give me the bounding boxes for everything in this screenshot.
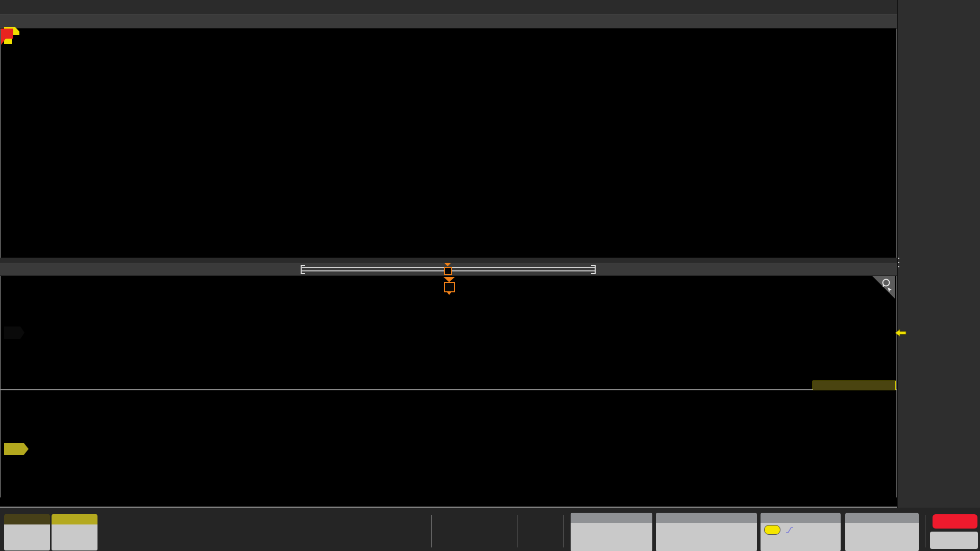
spectrum-view-header xyxy=(0,14,897,29)
trigger-source-badge xyxy=(764,525,780,535)
oscilloscope-app xyxy=(0,0,980,551)
run-stop-status[interactable] xyxy=(933,514,977,529)
bottom-bar xyxy=(0,508,980,551)
trigger-panel[interactable] xyxy=(761,513,841,551)
ch1-badge-title xyxy=(4,514,50,524)
splitter-handle[interactable] xyxy=(898,255,899,270)
acquisition-title xyxy=(845,513,919,523)
spectrum-plot[interactable] xyxy=(0,29,897,258)
ch1f-badge-title xyxy=(52,514,97,524)
trigger-flag[interactable] xyxy=(444,282,455,292)
spectrum-settings-panel[interactable] xyxy=(571,513,652,551)
waveform-view-header xyxy=(0,263,897,276)
waveform-plot-ch1f[interactable] xyxy=(0,390,897,497)
rising-edge-icon xyxy=(786,527,794,534)
datetime-display xyxy=(930,532,978,549)
waveform-plot-ch1[interactable] xyxy=(0,276,897,389)
panel-divider[interactable] xyxy=(0,258,897,263)
ch1-badge[interactable] xyxy=(4,514,50,550)
time-axis xyxy=(0,497,897,507)
spectrum-settings-title xyxy=(571,513,652,523)
horizontal-panel[interactable] xyxy=(656,513,757,551)
trigger-flag-icon[interactable] xyxy=(444,277,455,282)
spectrum-time-bar[interactable] xyxy=(813,381,896,390)
channel-1f-handle[interactable] xyxy=(4,443,29,455)
zoom-corner-icon[interactable] xyxy=(872,276,895,298)
trigger-marker-mini-icon[interactable] xyxy=(445,263,451,266)
sidebar xyxy=(897,0,980,551)
channel-1-handle[interactable] xyxy=(4,327,24,339)
trigger-title xyxy=(761,513,841,523)
trigger-marker-mini[interactable] xyxy=(444,267,452,275)
menu-bar xyxy=(0,0,897,14)
horizontal-title xyxy=(656,513,757,523)
ch1f-badge[interactable] xyxy=(52,514,97,550)
trigger-flag-tail-icon xyxy=(447,292,451,295)
acquisition-panel[interactable] xyxy=(845,513,919,551)
